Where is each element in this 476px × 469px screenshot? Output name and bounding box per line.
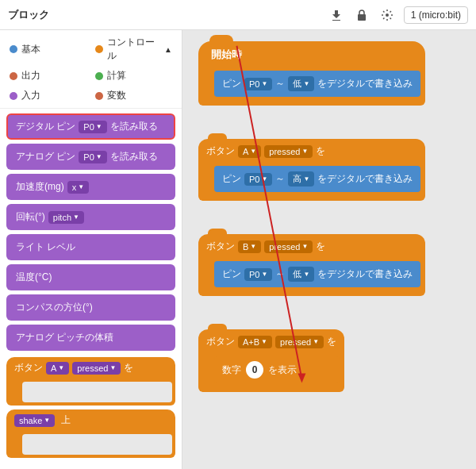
- digital-pin-label: デジタル ピン: [16, 120, 75, 133]
- show-text: 数字: [222, 363, 241, 377]
- btn-a-label: ボタン: [206, 144, 235, 158]
- panel-title: ブロック: [8, 8, 49, 22]
- shake-text: 上: [61, 413, 71, 427]
- top-bar: ブロック 1 (micro:bit): [0, 0, 476, 30]
- event-block-shake[interactable]: shake 上: [6, 409, 175, 458]
- category-output[interactable]: 出力: [6, 67, 90, 85]
- pin-p0-dd[interactable]: P0: [244, 78, 272, 90]
- workspace[interactable]: 開始時 ピン P0 ～ 低 をデジタルで書き込み: [182, 30, 476, 469]
- accel-dropdown[interactable]: x: [67, 181, 89, 194]
- svg-rect-0: [358, 14, 366, 21]
- digital-pin-text: を読み取る: [110, 120, 158, 133]
- category-calc[interactable]: 計算: [92, 67, 176, 85]
- event-a-dd2[interactable]: pressed: [72, 362, 121, 375]
- block-light[interactable]: ライト レベル: [6, 234, 175, 260]
- canvas-pin-b-low[interactable]: ピン P0 ～ 低 をデジタルで書き込み: [214, 261, 420, 287]
- block-temp[interactable]: 温度(°C): [6, 264, 175, 290]
- control-dot: [95, 45, 103, 53]
- pin-high-dd[interactable]: 高: [288, 171, 314, 186]
- block-digital-pin[interactable]: デジタル ピン P0 を読み取る: [6, 113, 175, 140]
- button-b-group[interactable]: ボタン B pressed を ピン P0 ～ 低 をデジタルで書き込み: [198, 234, 425, 296]
- shake-dd[interactable]: shake: [14, 414, 55, 427]
- variable-label: 変数: [107, 89, 126, 102]
- calc-dot: [95, 72, 103, 80]
- lock-icon[interactable]: [353, 6, 370, 24]
- pin-p0-a-dd[interactable]: P0: [244, 173, 272, 186]
- block-rotation[interactable]: 回転(°) pitch: [6, 204, 175, 230]
- analog-pin-text: を読み取る: [110, 150, 158, 163]
- start-group[interactable]: 開始時 ピン P0 ～ 低 をデジタルで書き込み: [198, 41, 425, 106]
- pin-b-low-dd[interactable]: 低: [288, 267, 314, 282]
- btn-b-dd2[interactable]: pressed: [264, 240, 313, 253]
- input-dot: [10, 92, 17, 100]
- category-variable[interactable]: 変数: [92, 86, 176, 105]
- btn-ab-dd2[interactable]: pressed: [275, 336, 324, 348]
- digital-pin-dropdown[interactable]: P0: [79, 121, 106, 133]
- btn-a-dd1[interactable]: A: [238, 145, 261, 158]
- block-analog-pin[interactable]: アナログ ピン P0 を読み取る: [6, 144, 175, 170]
- btn-b-label: ボタン: [206, 240, 235, 253]
- device-badge: 1 (micro:bit): [404, 6, 468, 24]
- canvas-pin-low[interactable]: ピン P0 ～ 低 をデジタルで書き込み: [214, 71, 420, 97]
- category-basic[interactable]: 基本: [6, 33, 90, 65]
- pin-low-dd[interactable]: 低: [288, 76, 314, 91]
- compass-label: コンパスの方位(°): [16, 301, 93, 314]
- basic-dot: [10, 45, 17, 53]
- download-icon[interactable]: [328, 6, 345, 24]
- btn-a-dd2[interactable]: pressed: [264, 145, 313, 158]
- left-panel: 基本 コントロール ▲ 出力 計算 入力 変数: [0, 30, 182, 469]
- control-expand: ▲: [164, 45, 172, 54]
- block-compass[interactable]: コンパスの方位(°): [6, 294, 175, 321]
- toolbar-icons: 1 (micro:bit): [328, 6, 468, 24]
- canvas-pin-high[interactable]: ピン P0 ～ 高 をデジタルで書き込み: [214, 166, 420, 192]
- rotation-dropdown[interactable]: pitch: [48, 211, 84, 224]
- control-label: コントロール: [107, 36, 161, 63]
- pitch-vol-label: アナログ ピッチの体積: [16, 331, 113, 344]
- btn-ab-dd1[interactable]: A+B: [238, 336, 272, 348]
- block-list: デジタル ピン P0 を読み取る アナログ ピン P0 を読み取る 加速度(mg…: [0, 109, 182, 469]
- category-input[interactable]: 入力: [6, 86, 90, 105]
- start-label: 開始時: [211, 48, 242, 60]
- svg-point-1: [386, 13, 389, 17]
- number-input[interactable]: 0: [246, 361, 263, 379]
- btn-ab-label: ボタン: [206, 335, 235, 348]
- event-a-dd1[interactable]: A: [46, 362, 69, 375]
- event-block-a[interactable]: ボタン A pressed を: [6, 357, 175, 406]
- event-a-text: を: [124, 361, 133, 375]
- event-a-label: ボタン: [14, 361, 43, 375]
- input-label: 入力: [21, 89, 40, 102]
- canvas-show-number[interactable]: 数字 0 を表示: [214, 356, 340, 383]
- pin-p0-b-dd[interactable]: P0: [244, 268, 272, 281]
- button-a-group[interactable]: ボタン A pressed を ピン P0 ～ 高 をデジタルで書き込み: [198, 139, 425, 201]
- category-control[interactable]: コントロール ▲: [92, 33, 176, 65]
- rotation-label: 回転(°): [16, 210, 45, 224]
- light-label: ライト レベル: [16, 240, 75, 254]
- analog-pin-dropdown[interactable]: P0: [79, 151, 106, 163]
- block-pitch-vol[interactable]: アナログ ピッチの体積: [6, 325, 175, 351]
- pin-text: ピン: [222, 77, 241, 90]
- btn-b-dd1[interactable]: B: [238, 240, 261, 253]
- accel-label: 加速度(mg): [16, 180, 64, 194]
- basic-label: 基本: [21, 43, 40, 56]
- temp-label: 温度(°C): [16, 271, 52, 284]
- output-dot: [10, 72, 17, 80]
- main-content: 基本 コントロール ▲ 出力 計算 入力 変数: [0, 30, 476, 469]
- variable-dot: [95, 92, 103, 100]
- show-suffix: を表示: [268, 363, 297, 377]
- calc-label: 計算: [107, 69, 126, 83]
- button-ab-group[interactable]: ボタン A+B pressed を 数字 0 を表示: [198, 329, 344, 392]
- output-label: 出力: [21, 69, 40, 83]
- analog-pin-label: アナログ ピン: [16, 150, 75, 163]
- settings-icon[interactable]: [378, 6, 396, 24]
- block-accel[interactable]: 加速度(mg) x: [6, 174, 175, 200]
- category-grid: 基本 コントロール ▲ 出力 計算 入力 変数: [0, 30, 182, 109]
